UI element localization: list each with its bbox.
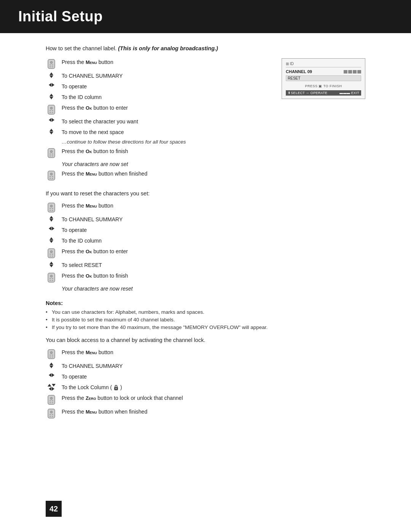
svg-rect-22 bbox=[49, 178, 51, 179]
step-to-operate-2: To operate bbox=[46, 226, 365, 234]
arrows-updown-icon-5 bbox=[46, 237, 57, 243]
svg-rect-58 bbox=[49, 414, 51, 415]
notes-list: You can use characters for: Alphabet, nu… bbox=[46, 309, 365, 330]
reset-intro: If you want to reset the characters you … bbox=[46, 190, 365, 197]
svg-rect-0 bbox=[48, 59, 55, 69]
svg-rect-33 bbox=[52, 254, 53, 255]
svg-rect-16 bbox=[49, 155, 51, 157]
step-press-menu-3: Press the Menu button bbox=[46, 348, 365, 359]
svg-rect-45 bbox=[52, 355, 53, 356]
lock-intro: You can block access to a channel by act… bbox=[46, 337, 365, 343]
arrows-updown-icon-7 bbox=[46, 363, 57, 368]
svg-point-51 bbox=[50, 397, 53, 399]
step-id-column-2: To the ID column bbox=[46, 237, 365, 245]
arrows-leftright-icon-1 bbox=[46, 83, 57, 87]
tv-bottom-right: ▬▬▬ EXIT bbox=[339, 91, 359, 95]
svg-rect-44 bbox=[49, 355, 51, 356]
intro-main-text: How to set the channel label. bbox=[46, 45, 116, 51]
svg-rect-14 bbox=[49, 153, 51, 155]
chars-reset-text: Your characters are now reset bbox=[62, 286, 365, 292]
step-text-id-column-2: To the ID column bbox=[62, 237, 365, 245]
page: Initial Setup How to set the channel lab… bbox=[0, 0, 411, 532]
content-area: How to set the channel label. (This is o… bbox=[0, 45, 411, 437]
svg-rect-12 bbox=[48, 149, 55, 158]
svg-rect-54 bbox=[49, 402, 51, 403]
remote-icon-9 bbox=[46, 395, 57, 405]
svg-rect-61 bbox=[52, 416, 53, 417]
step-text-to-operate-3: To operate bbox=[62, 373, 365, 381]
remote-icon-7 bbox=[46, 272, 57, 283]
arrows-updown-icon-3 bbox=[46, 129, 57, 134]
step-text-ok-enter-2: Press the Ok button to enter bbox=[62, 248, 365, 256]
tv-block-2 bbox=[348, 70, 352, 73]
svg-rect-26 bbox=[49, 208, 51, 209]
step-text-to-operate-1: To operate bbox=[62, 83, 270, 91]
svg-rect-10 bbox=[49, 112, 51, 113]
step-text-select-reset: To select RESET bbox=[62, 261, 365, 269]
remote-icon-10 bbox=[46, 408, 57, 419]
intro-bold-text: (This is only for analog broadcasting.) bbox=[118, 45, 218, 51]
step-text-select-char: To select the character you want bbox=[62, 118, 270, 126]
step-text-press-menu-2: Press the Menu button bbox=[62, 202, 365, 210]
svg-rect-42 bbox=[48, 350, 55, 359]
page-title: Initial Setup bbox=[18, 8, 393, 25]
tv-screen: ⊞ ID CHANNEL 09 RESET PRESS ▣ TO FINISH bbox=[282, 58, 365, 99]
svg-rect-8 bbox=[49, 110, 51, 111]
step-text-menu-finished-2: Press the Menu button when finished bbox=[62, 408, 365, 416]
step-ok-enter-1: Press the Ok button to enter bbox=[46, 104, 270, 115]
svg-rect-9 bbox=[52, 110, 53, 111]
svg-rect-55 bbox=[52, 402, 53, 403]
step-channel-summary-2: To CHANNEL SUMMARY bbox=[46, 216, 365, 224]
svg-rect-11 bbox=[52, 112, 53, 113]
tv-screen-column: ⊞ ID CHANNEL 09 RESET PRESS ▣ TO FINISH bbox=[282, 58, 365, 184]
tv-block-3 bbox=[353, 70, 357, 73]
tv-blocks bbox=[344, 70, 361, 73]
svg-point-25 bbox=[50, 205, 53, 207]
svg-point-49 bbox=[116, 388, 117, 389]
continue-text: …continue to follow these directions for… bbox=[62, 139, 270, 145]
svg-point-43 bbox=[50, 351, 53, 354]
svg-rect-40 bbox=[49, 280, 51, 281]
svg-rect-50 bbox=[48, 395, 55, 404]
intro-paragraph: How to set the channel label. (This is o… bbox=[46, 45, 365, 51]
svg-point-31 bbox=[50, 251, 53, 253]
tv-block-1 bbox=[344, 70, 347, 73]
svg-rect-4 bbox=[49, 66, 51, 67]
step-ok-finish-1: Press the Ok button to finish bbox=[46, 147, 270, 158]
svg-rect-2 bbox=[49, 64, 51, 66]
arrows-updown-icon-2 bbox=[46, 94, 57, 99]
svg-rect-59 bbox=[52, 414, 53, 415]
svg-rect-15 bbox=[52, 153, 53, 155]
step-text-channel-summary-1: To CHANNEL SUMMARY bbox=[62, 72, 270, 80]
step-text-ok-finish-1: Press the Ok button to finish bbox=[62, 147, 270, 155]
svg-rect-17 bbox=[52, 155, 53, 157]
tv-bottom-bar: ⬆SELECT ↔ OPERATE ▬▬▬ EXIT bbox=[286, 90, 361, 96]
svg-rect-36 bbox=[48, 273, 55, 282]
remote-icon-1 bbox=[46, 59, 57, 69]
svg-rect-18 bbox=[48, 171, 55, 180]
tv-reset-label: RESET bbox=[286, 75, 361, 81]
arrows-updown-icon-1 bbox=[46, 72, 57, 78]
svg-rect-60 bbox=[49, 416, 51, 417]
remote-icon-4 bbox=[46, 170, 57, 181]
svg-rect-47 bbox=[52, 356, 53, 358]
step-ok-finish-2: Press the Ok button to finish bbox=[46, 272, 365, 283]
page-number: 42 bbox=[46, 501, 62, 517]
arrows-updown-icon-4 bbox=[46, 216, 57, 222]
step-text-ok-enter-1: Press the Ok button to enter bbox=[62, 104, 270, 112]
step-press-menu-1: Press the Menu button bbox=[46, 58, 270, 69]
svg-rect-56 bbox=[48, 409, 55, 418]
svg-rect-24 bbox=[48, 203, 55, 212]
note-item-2: It is possible to set the maximum of 40 … bbox=[46, 317, 365, 323]
remote-icon-8 bbox=[46, 349, 57, 359]
svg-rect-38 bbox=[49, 278, 51, 279]
arrows-leftright-icon-2 bbox=[46, 118, 57, 122]
step-menu-finished-2: Press the Menu button when finished bbox=[46, 408, 365, 419]
notes-title: Notes: bbox=[46, 300, 365, 306]
step-next-space: To move to the next space bbox=[46, 128, 270, 136]
svg-rect-41 bbox=[52, 280, 53, 281]
step-select-char: To select the character you want bbox=[46, 118, 270, 126]
step-menu-finished-1: Press the Menu button when finished bbox=[46, 170, 270, 181]
svg-rect-21 bbox=[52, 176, 53, 177]
step-text-to-operate-2: To operate bbox=[62, 226, 365, 234]
